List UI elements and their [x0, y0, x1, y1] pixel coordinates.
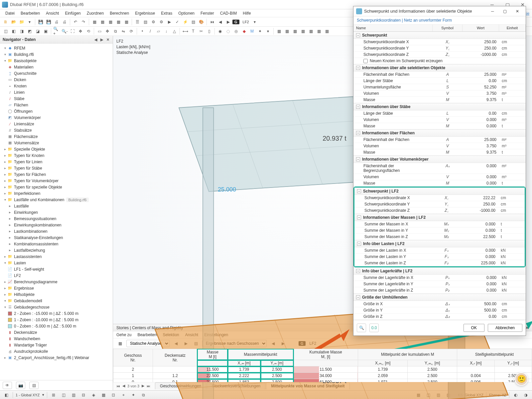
more-dropdown-icon[interactable]: ▾ — [264, 28, 272, 35]
tree-item[interactable]: ▸Einwirkungskombinationen — [0, 222, 113, 228]
calc-icon[interactable]: ▶ — [166, 18, 173, 26]
tree-item[interactable]: ▾📁Basisobjekte — [0, 58, 113, 64]
prop-section-header[interactable]: −Informationen über Massen | LF2 — [354, 214, 525, 221]
view-z-icon[interactable]: ◩ — [26, 28, 33, 35]
extra4-icon[interactable]: ▦ — [299, 28, 307, 35]
rotate2-icon[interactable]: ⟳ — [128, 28, 135, 35]
view-y-icon[interactable]: ◨ — [18, 28, 25, 35]
tree-item[interactable]: 🖨Ausdruckprotokolle — [0, 348, 113, 354]
prop-section-header[interactable]: −Info über Lagerkräfte | LF2 — [353, 267, 526, 275]
tree-item[interactable]: ▸Lastkombinationen — [0, 228, 113, 234]
tree-item[interactable]: ▾▣Building.rf6 — [0, 51, 113, 58]
nav-prev-icon[interactable]: ◀ — [93, 37, 98, 42]
results-table-wrapper[interactable]: GeschossNr.DeckensatzNr.MasseM [t]Massen… — [113, 349, 532, 382]
tree-item[interactable]: ▾📁Lasten — [0, 260, 113, 266]
extra1-icon[interactable]: ▦ — [275, 28, 283, 35]
results-tool-icon[interactable]: ✦ — [256, 28, 264, 35]
tree-item[interactable]: ◩Volumenkörper — [0, 114, 113, 121]
menu-berechnen[interactable]: Berechnen — [107, 10, 132, 17]
show-nodes-icon[interactable]: • — [139, 28, 146, 35]
tree-item[interactable]: /Stäbe — [0, 95, 113, 102]
tree-item[interactable]: ▸Einwirkungen — [0, 209, 113, 215]
show-surf-icon[interactable]: ▱ — [155, 28, 162, 35]
list-icon[interactable]: ☰ — [134, 18, 141, 26]
tree-item[interactable]: //Stabsätze — [0, 127, 113, 133]
tree-item[interactable]: ▸Kombinationsassistenten — [0, 241, 113, 247]
tree-item[interactable]: ▸Bemessungssituationen — [0, 215, 113, 222]
view-ortho-icon[interactable]: ▣ — [42, 28, 49, 35]
tree-item[interactable]: ▾☰Gebäudegeschosse — [0, 304, 113, 310]
ok-button[interactable]: OK — [464, 324, 484, 332]
tree-item[interactable]: 2 - Zoben : -15.000 m | ΔZ : 5.000 m — [0, 310, 113, 317]
tree-item[interactable]: ▸📁Lastassistenten — [0, 253, 113, 260]
sb-i1-icon[interactable]: ⊞ — [50, 391, 57, 399]
dialog-max-icon[interactable]: ▢ — [499, 7, 511, 15]
tree-item[interactable]: ▸📁Spezielle Objekte — [0, 146, 113, 152]
prop-section-header[interactable]: −Schwerpunkt — [353, 32, 526, 39]
tree-item[interactable]: ▾📁Gebäudemodell — [0, 298, 113, 304]
tree-item[interactable]: ◆Materialien — [0, 64, 113, 70]
render-trans-icon[interactable]: ◎ — [232, 28, 240, 35]
tree-item[interactable]: ▾◆RFEM — [0, 45, 113, 51]
panel3-icon[interactable]: ▦ — [107, 18, 114, 26]
text-icon[interactable]: T — [190, 28, 197, 35]
panel5-icon[interactable]: ▦ — [123, 18, 130, 26]
pan-icon[interactable]: ✥ — [77, 28, 84, 35]
zoom-out-icon[interactable]: 🔍- — [61, 28, 68, 35]
navigator-tree[interactable]: ▾◆RFEM▾▣Building.rf6▾📁Basisobjekte◆Mater… — [0, 44, 113, 380]
view-iso-icon[interactable]: ◫ — [2, 28, 9, 35]
render-wire-icon[interactable]: ◌ — [224, 28, 232, 35]
sb-i2-icon[interactable]: ◫ — [60, 391, 67, 399]
tree-item[interactable]: •Knoten — [0, 83, 113, 89]
menu-extras[interactable]: Extras — [158, 10, 175, 17]
table-row[interactable]: 11.222.5002.2222.50034.0002.0592.5000.00… — [113, 373, 532, 379]
menu-bearbeiten[interactable]: Bearbeiten — [18, 10, 43, 17]
tree-item[interactable]: ▱Flächen — [0, 102, 113, 108]
dialog-help-icon[interactable]: 🔍 — [357, 324, 366, 332]
assistant-avatar-icon[interactable]: 🙂 — [515, 372, 528, 386]
tree-item[interactable]: ▸📁Ergebnisse — [0, 285, 113, 291]
tree-item[interactable]: ▸📁Typen für Volumenkörper — [0, 178, 113, 184]
props-icon[interactable]: ⚙ — [150, 18, 157, 26]
sb-i3-icon[interactable]: ▥ — [70, 391, 77, 399]
open-icon[interactable]: 📂 — [10, 18, 17, 26]
tree-item[interactable]: ▮Wandartige Träger — [0, 342, 113, 348]
tree-item[interactable]: ▸📈Berechnungsdiagramme — [0, 279, 113, 285]
lf-selector[interactable]: LF2 — [241, 20, 250, 24]
tree-item[interactable]: ⌶Querschnitte — [0, 70, 113, 76]
copy-icon[interactable]: ⧉ — [112, 28, 119, 35]
dialog-body[interactable]: −SchwerpunktSchwerpunktkoordinate XX꜀250… — [353, 32, 526, 320]
tree-item[interactable]: ▾📁Lastfälle und KombinationenBuilding.rf… — [0, 197, 113, 203]
menu-einfuegen[interactable]: Einfügen — [62, 10, 83, 17]
panel2-icon[interactable]: ▦ — [99, 18, 106, 26]
tree-item[interactable]: ▭Dicken — [0, 76, 113, 83]
menu-datei[interactable]: Datei — [3, 10, 17, 17]
select-icon[interactable]: ▭ — [96, 28, 103, 35]
sb-i5-icon[interactable]: ◈ — [90, 391, 97, 399]
navviewmode1-icon[interactable]: 👁 — [3, 382, 12, 389]
nav-next-icon[interactable]: ▶ — [224, 18, 232, 26]
prop-section-header[interactable]: −Informationen über Stäbe — [353, 103, 526, 110]
panel1-icon[interactable]: ▦ — [91, 18, 98, 26]
saveas-icon[interactable]: 💾 — [45, 18, 52, 26]
tree-item[interactable]: ◯Öffnungen — [0, 108, 113, 114]
panel4-icon[interactable]: ▦ — [115, 18, 122, 26]
tree-item[interactable]: ▸📁Typen für Stäbe — [0, 165, 113, 171]
tree-item[interactable]: ▦Flächensätze — [0, 133, 113, 140]
menu-ergebnisse[interactable]: Ergebnisse — [132, 10, 158, 17]
view-persp-icon[interactable]: ◪ — [34, 28, 41, 35]
tree-item[interactable]: ▸Lastfälle — [0, 203, 113, 209]
status-start-icon[interactable]: ◧ — [3, 391, 10, 399]
lf-dropdown-icon[interactable]: ▾ — [251, 18, 258, 26]
table-row[interactable]: 211.5001.7392.50011.5001.7392.500 — [113, 366, 532, 373]
tree-item[interactable]: ▮Wandscheiben — [0, 335, 113, 342]
status-coord[interactable]: 1 - Global XYZ — [16, 393, 40, 397]
tree-item[interactable]: 0 - Zoben : -5.000 m | ΔZ : 5.000 m — [0, 323, 113, 329]
nav-next-icon[interactable]: ▶ — [99, 37, 104, 42]
table-icon[interactable]: ▤ — [142, 18, 149, 26]
dropdown-icon[interactable]: ▾ — [26, 18, 33, 26]
sb-i6-icon[interactable]: ▦ — [100, 391, 107, 399]
move-icon[interactable]: ✥ — [104, 28, 111, 35]
prop-section-header[interactable]: −Informationen über alle selektierten Ob… — [353, 64, 526, 71]
nav-close-icon[interactable]: ✕ — [105, 37, 110, 42]
